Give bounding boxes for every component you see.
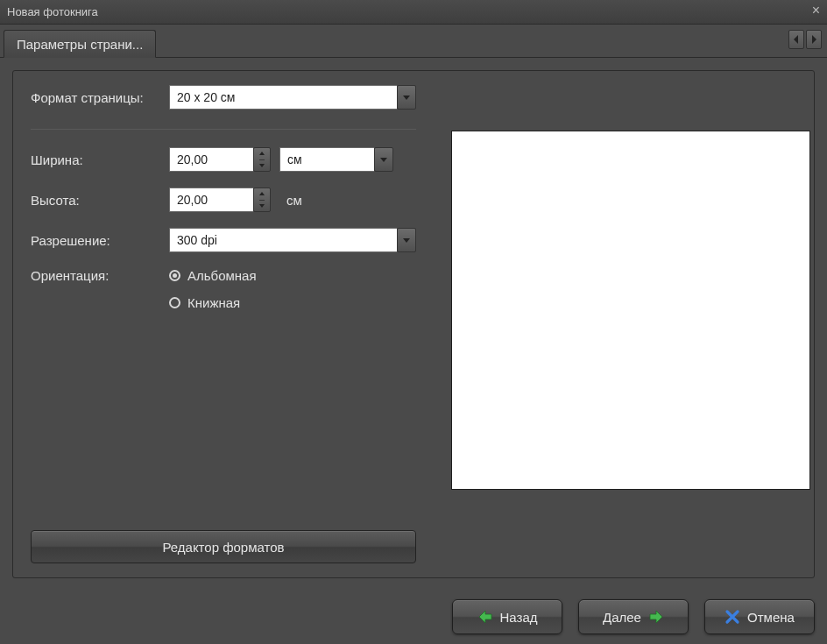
tab-scroll-right-button[interactable] (806, 30, 822, 49)
resolution-select[interactable]: 300 dpi (169, 228, 416, 252)
spacer (31, 326, 416, 523)
page-preview (451, 131, 810, 490)
tab-label: Параметры страни... (17, 37, 143, 52)
close-icon[interactable]: × (812, 3, 820, 18)
preview-column (451, 85, 810, 563)
height-label: Высота: (31, 193, 169, 208)
height-value: 20,00 (169, 188, 253, 212)
next-button[interactable]: Далее (578, 599, 689, 634)
tab-scroll (788, 30, 822, 49)
chevron-right-icon (811, 35, 816, 44)
width-unit-value: см (279, 147, 374, 172)
titlebar: Новая фотокнига × (0, 0, 827, 25)
height-up-button[interactable] (259, 188, 265, 201)
radio-dot-icon (169, 270, 180, 281)
tab-strip: Параметры страни... (0, 25, 827, 58)
tab-page-params[interactable]: Параметры страни... (4, 30, 156, 58)
orientation-portrait-radio[interactable]: Книжная (169, 295, 257, 310)
cancel-button[interactable]: Отмена (704, 599, 815, 634)
height-down-button[interactable] (259, 201, 265, 212)
resolution-value: 300 dpi (169, 228, 397, 252)
window-title: Новая фотокнига (7, 5, 98, 18)
back-label: Назад (500, 610, 538, 625)
next-label: Далее (603, 610, 641, 625)
back-button[interactable]: Назад (452, 599, 562, 634)
chevron-left-icon (794, 35, 799, 44)
row-page-format: Формат страницы: 20 x 20 см (31, 85, 416, 110)
panel-area: Формат страницы: 20 x 20 см Ширина: 20,0… (0, 58, 827, 591)
dropdown-toggle-icon (397, 85, 416, 110)
row-resolution: Разрешение: 300 dpi (31, 228, 416, 252)
row-orientation: Ориентация: Альбомная Книжная (31, 268, 416, 310)
orientation-radio-group: Альбомная Книжная (169, 268, 257, 310)
width-value: 20,00 (169, 147, 253, 172)
dropdown-toggle-icon (374, 147, 393, 172)
form-column: Формат страницы: 20 x 20 см Ширина: 20,0… (31, 85, 416, 563)
tab-scroll-left-button[interactable] (788, 30, 804, 49)
height-unit-label: см (286, 193, 302, 208)
width-label: Ширина: (31, 152, 169, 167)
footer: Назад Далее Отмена (0, 591, 827, 643)
orientation-landscape-radio[interactable]: Альбомная (169, 268, 257, 283)
height-arrows (253, 188, 271, 212)
row-width: Ширина: 20,00 см (31, 147, 416, 172)
orientation-portrait-label: Книжная (187, 295, 240, 310)
orientation-label: Ориентация: (31, 268, 169, 283)
close-icon (725, 609, 740, 625)
height-stepper[interactable]: 20,00 (169, 188, 271, 212)
radio-dot-icon (169, 297, 180, 308)
cancel-label: Отмена (747, 610, 795, 625)
width-stepper[interactable]: 20,00 (169, 147, 271, 172)
width-down-button[interactable] (259, 160, 265, 172)
settings-panel: Формат страницы: 20 x 20 см Ширина: 20,0… (12, 70, 815, 578)
format-editor-label: Редактор форматов (162, 540, 284, 555)
arrow-right-icon (648, 609, 664, 625)
resolution-label: Разрешение: (31, 233, 169, 248)
dropdown-toggle-icon (397, 228, 416, 252)
width-unit-select[interactable]: см (279, 147, 393, 172)
divider (31, 129, 416, 130)
width-arrows (253, 147, 271, 172)
width-up-button[interactable] (259, 148, 265, 160)
format-editor-button[interactable]: Редактор форматов (31, 530, 416, 563)
arrow-left-icon (477, 609, 493, 625)
orientation-landscape-label: Альбомная (187, 268, 257, 283)
page-format-select[interactable]: 20 x 20 см (169, 85, 416, 110)
row-height: Высота: 20,00 см (31, 188, 416, 212)
page-format-label: Формат страницы: (31, 90, 169, 105)
page-format-value: 20 x 20 см (169, 85, 397, 110)
